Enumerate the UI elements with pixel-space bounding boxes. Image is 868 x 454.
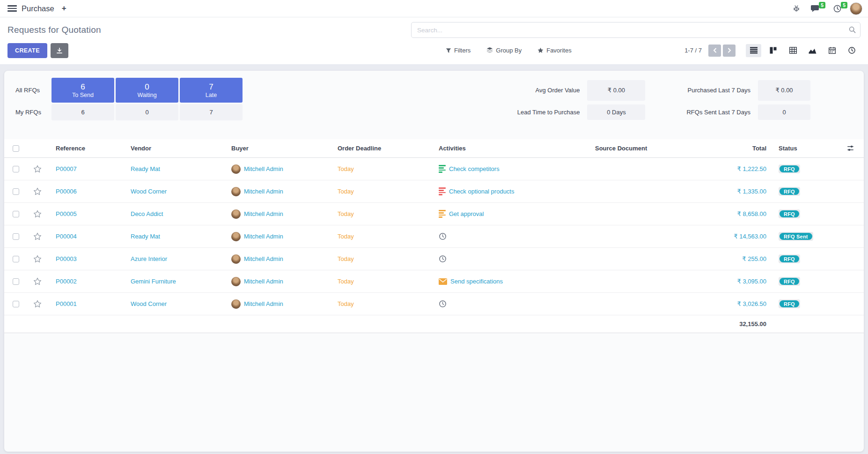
table-row[interactable]: P00005 Deco Addict Mitchell Admin Today … — [4, 203, 864, 225]
reference-link[interactable]: P00004 — [56, 233, 77, 240]
favorite-star-icon[interactable] — [33, 187, 42, 196]
buyer-link[interactable]: Mitchell Admin — [244, 255, 283, 262]
calendar-view-button[interactable] — [824, 44, 840, 57]
pivot-view-button[interactable] — [785, 44, 801, 57]
table-row[interactable]: P00006 Wood Corner Mitchell Admin Today … — [4, 180, 864, 203]
kpi-label: Purchased Last 7 Days — [653, 87, 750, 94]
activity-icon[interactable] — [439, 187, 446, 195]
header-order-deadline[interactable]: Order Deadline — [328, 145, 429, 152]
menu-icon[interactable] — [7, 5, 17, 12]
activity-icon[interactable] — [439, 300, 447, 308]
filters-button[interactable]: Filters — [446, 47, 471, 54]
group-by-button[interactable]: Group By — [486, 47, 522, 54]
reference-link[interactable]: P00005 — [56, 210, 77, 217]
header-reference[interactable]: Reference — [47, 145, 121, 152]
group-by-icon — [486, 47, 493, 53]
table-row[interactable]: P00001 Wood Corner Mitchell Admin Today … — [4, 293, 864, 315]
buyer-link[interactable]: Mitchell Admin — [244, 278, 283, 285]
activity-bars-icon — [439, 210, 446, 217]
vendor-link[interactable]: Ready Mat — [131, 165, 160, 172]
row-checkbox[interactable] — [13, 278, 19, 285]
pager-previous-button[interactable] — [708, 45, 721, 57]
row-checkbox[interactable] — [13, 188, 19, 195]
reference-link[interactable]: P00006 — [56, 188, 77, 195]
select-all-checkbox[interactable] — [13, 145, 19, 152]
all-rfqs-label: All RFQs — [11, 78, 50, 103]
header-activities[interactable]: Activities — [429, 145, 586, 152]
app-name[interactable]: Purchase — [22, 4, 54, 13]
activity-label[interactable]: Send specifications — [450, 278, 503, 285]
my-tile-waiting[interactable]: 0 — [116, 104, 178, 120]
favorites-button[interactable]: Favorites — [537, 47, 571, 54]
header-buyer[interactable]: Buyer — [222, 145, 328, 152]
list-view-button[interactable] — [746, 44, 761, 57]
row-checkbox[interactable] — [13, 166, 19, 172]
activity-label[interactable]: Get approval — [449, 210, 484, 217]
activities-clock-icon[interactable]: 5 — [833, 5, 841, 13]
activity-clock-icon — [439, 232, 447, 240]
vendor-link[interactable]: Wood Corner — [131, 188, 167, 195]
header-vendor[interactable]: Vendor — [121, 145, 222, 152]
favorite-star-icon[interactable] — [33, 165, 42, 173]
table-row[interactable]: P00003 Azure Interior Mitchell Admin Tod… — [4, 248, 864, 270]
activity-icon[interactable] — [439, 210, 446, 217]
buyer-link[interactable]: Mitchell Admin — [244, 210, 283, 217]
create-button[interactable]: CREATE — [7, 43, 47, 58]
favorite-star-icon[interactable] — [33, 232, 42, 241]
table-row[interactable]: P00004 Ready Mat Mitchell Admin Today ₹ … — [4, 225, 864, 248]
buyer-link[interactable]: Mitchell Admin — [244, 233, 283, 240]
table-row[interactable]: P00002 Gemini Furniture Mitchell Admin T… — [4, 270, 864, 293]
activity-icon[interactable] — [439, 278, 447, 285]
header-total[interactable]: Total — [721, 145, 767, 152]
export-button[interactable] — [51, 43, 68, 58]
favorite-star-icon[interactable] — [33, 255, 42, 263]
reference-link[interactable]: P00003 — [56, 255, 77, 262]
activity-label[interactable]: Check optional products — [449, 188, 514, 195]
search-input[interactable] — [411, 22, 861, 38]
favorite-star-icon[interactable] — [33, 277, 42, 286]
activity-icon[interactable] — [439, 165, 446, 172]
filter-icon — [446, 48, 451, 53]
vendor-link[interactable]: Deco Addict — [131, 210, 163, 217]
row-checkbox[interactable] — [13, 233, 19, 240]
favorite-star-icon[interactable] — [33, 300, 42, 308]
vendor-link[interactable]: Gemini Furniture — [131, 278, 176, 285]
user-avatar[interactable] — [850, 2, 862, 15]
buyer-link[interactable]: Mitchell Admin — [244, 165, 283, 172]
activity-label[interactable]: Check competitors — [449, 165, 500, 172]
pager-next-button[interactable] — [723, 45, 736, 57]
my-tile-to-send[interactable]: 6 — [51, 104, 114, 120]
activity-icon[interactable] — [439, 255, 447, 263]
kanban-view-button[interactable] — [765, 44, 781, 57]
row-checkbox[interactable] — [13, 211, 19, 217]
bug-icon[interactable] — [793, 5, 800, 12]
reference-link[interactable]: P00002 — [56, 278, 77, 285]
reference-link[interactable]: P00007 — [56, 165, 77, 172]
row-checkbox[interactable] — [13, 256, 19, 262]
optional-columns-icon[interactable] — [847, 145, 854, 152]
favorite-star-icon[interactable] — [33, 210, 42, 218]
header-source-document[interactable]: Source Document — [586, 145, 721, 152]
activity-icon[interactable] — [439, 232, 447, 240]
tile-to-send[interactable]: 6 To Send — [51, 78, 114, 103]
search-icon[interactable] — [849, 26, 856, 33]
vendor-link[interactable]: Wood Corner — [131, 300, 167, 307]
total-amount: ₹ 8,658.00 — [737, 210, 767, 217]
header-status[interactable]: Status — [767, 145, 837, 152]
activity-view-button[interactable] — [844, 44, 860, 57]
graph-view-button[interactable] — [805, 44, 820, 57]
reference-link[interactable]: P00001 — [56, 300, 77, 307]
table-row[interactable]: P00007 Ready Mat Mitchell Admin Today Ch… — [4, 158, 864, 180]
my-tile-late[interactable]: 7 — [180, 104, 243, 120]
plus-icon[interactable]: + — [62, 4, 66, 13]
buyer-link[interactable]: Mitchell Admin — [244, 300, 283, 307]
buyer-link[interactable]: Mitchell Admin — [244, 188, 283, 195]
status-badge: RFQ — [779, 277, 800, 286]
vendor-link[interactable]: Ready Mat — [131, 233, 160, 240]
tile-waiting[interactable]: 0 Waiting — [116, 78, 178, 103]
tile-late[interactable]: 7 Late — [180, 78, 243, 103]
row-checkbox[interactable] — [13, 301, 19, 307]
messages-icon[interactable]: 5 — [810, 5, 819, 13]
vendor-link[interactable]: Azure Interior — [131, 255, 167, 262]
buyer-avatar — [231, 187, 241, 196]
